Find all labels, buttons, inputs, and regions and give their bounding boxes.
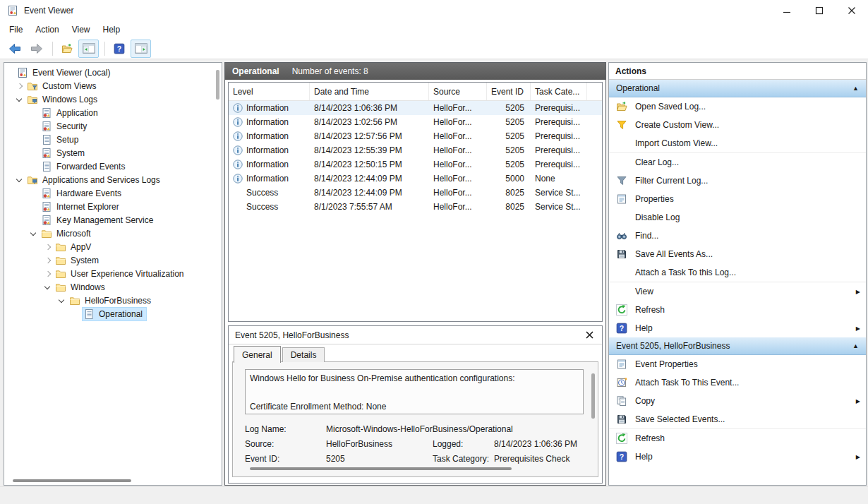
tree-item-application[interactable]: Application	[4, 106, 222, 119]
tree-item-event-viewer-local[interactable]: Event Viewer (Local)	[4, 66, 222, 79]
forward-button[interactable]	[26, 40, 47, 58]
collapse-icon[interactable]: ▲	[852, 85, 859, 92]
expander-icon[interactable]	[42, 268, 54, 280]
tree-item-forwarded-events[interactable]: Forwarded Events	[4, 160, 222, 173]
copy-icon	[616, 395, 630, 407]
event-row[interactable]: Success 8/1/2023 7:55:57 AM HelloFor... …	[229, 200, 602, 214]
menu-file[interactable]: File	[3, 23, 29, 37]
action-attach-task-to-this-event[interactable]: Attach Task To This Event... ▶	[609, 373, 866, 392]
tree-item-microsoft[interactable]: Microsoft	[4, 227, 222, 240]
minimize-button[interactable]	[771, 0, 803, 21]
action-attach-a-task-to-this-log[interactable]: Attach a Task To this Log... ▶	[609, 263, 866, 282]
tree-item-key-management-service[interactable]: Key Management Service	[4, 213, 222, 227]
tree-item-windows-logs[interactable]: Windows Logs	[4, 92, 222, 106]
column-header-date[interactable]: Date and Time	[310, 83, 429, 100]
expander-icon[interactable]	[42, 255, 54, 266]
expander-icon[interactable]	[28, 134, 40, 145]
collapse-icon[interactable]: ▲	[852, 342, 859, 349]
event-date: 8/14/2023 12:55:39 PM	[310, 145, 429, 155]
show-hide-action-pane-button[interactable]	[131, 40, 151, 58]
tree-item-security[interactable]: Security	[4, 119, 222, 133]
close-button[interactable]	[836, 0, 868, 21]
tree-horizontal-scrollbar[interactable]	[6, 478, 220, 484]
action-disable-log[interactable]: Disable Log ▶	[609, 208, 866, 227]
event-row[interactable]: Information 8/14/2023 1:06:36 PM HelloFo…	[229, 101, 602, 115]
tree-item-setup[interactable]: Setup	[4, 133, 222, 146]
action-help[interactable]: ? Help ▶	[609, 448, 866, 466]
tree-item-system[interactable]: System	[4, 146, 222, 160]
tab-details[interactable]: Details	[282, 347, 325, 362]
action-help[interactable]: ? Help ▶	[609, 319, 866, 337]
action-refresh[interactable]: Refresh ▶	[609, 301, 866, 319]
tree-item-system[interactable]: System	[4, 253, 222, 267]
tree-item-hardware-events[interactable]: Hardware Events	[4, 186, 222, 200]
action-save-selected-events[interactable]: Save Selected Events... ▶	[609, 410, 866, 428]
expander-icon[interactable]	[14, 80, 25, 92]
event-row[interactable]: Information 8/14/2023 12:57:56 PM HelloF…	[229, 129, 602, 143]
menu-help[interactable]: Help	[97, 23, 127, 37]
expander-icon[interactable]	[71, 308, 82, 320]
expander-icon[interactable]	[28, 188, 40, 199]
event-id: 5205	[487, 117, 531, 127]
column-header-task-category[interactable]: Task Cate...	[531, 83, 587, 100]
action-save-all-events-as[interactable]: Save All Events As... ▶	[609, 245, 866, 263]
maximize-button[interactable]	[803, 0, 836, 21]
action-refresh[interactable]: Refresh ▶	[609, 428, 866, 448]
expander-icon[interactable]	[42, 241, 54, 253]
preview-horizontal-scrollbar[interactable]	[250, 467, 512, 470]
preview-vertical-scrollbar[interactable]	[591, 373, 595, 419]
event-row[interactable]: Success 8/14/2023 12:44:09 PM HelloFor..…	[229, 186, 602, 200]
section-header-operational[interactable]: Operational ▲	[609, 80, 866, 97]
expander-icon[interactable]	[28, 148, 40, 159]
expander-icon[interactable]	[14, 174, 25, 186]
help-icon: ?	[616, 451, 630, 462]
expander-icon[interactable]	[42, 282, 54, 293]
tree-item-user-experience-virtualization[interactable]: User Experience Virtualization	[4, 267, 222, 280]
column-header-event-id[interactable]: Event ID	[487, 83, 531, 100]
expander-icon[interactable]	[14, 94, 25, 105]
tree-item-appv[interactable]: AppV	[4, 240, 222, 253]
expander-icon[interactable]	[28, 228, 40, 239]
tree-item-windows[interactable]: Windows	[4, 280, 222, 294]
tree-horizontal-scrollbar-thumb[interactable]	[13, 479, 131, 482]
action-view[interactable]: View ▶	[609, 282, 866, 301]
help-button[interactable]: ?	[109, 40, 129, 58]
tree-item-internet-explorer[interactable]: Internet Explorer	[4, 200, 222, 213]
expander-icon[interactable]	[28, 161, 40, 172]
close-preview-button[interactable]	[583, 329, 596, 342]
back-button[interactable]	[4, 40, 25, 58]
show-hide-console-tree-button[interactable]	[78, 40, 99, 58]
action-create-custom-view[interactable]: Create Custom View... ▶	[609, 116, 866, 134]
create-filter-icon	[616, 119, 630, 131]
event-row[interactable]: Information 8/14/2023 12:55:39 PM HelloF…	[229, 143, 602, 157]
action-event-properties[interactable]: Event Properties ▶	[609, 355, 866, 373]
column-header-level[interactable]: Level	[229, 83, 310, 100]
action-filter-current-log[interactable]: Filter Current Log... ▶	[609, 172, 866, 190]
action-copy[interactable]: Copy ▶	[609, 392, 866, 410]
tree-item-helloforbusiness[interactable]: HelloForBusiness	[4, 294, 222, 307]
action-clear-log[interactable]: Clear Log... ▶	[609, 152, 866, 172]
action-import-custom-view[interactable]: Import Custom View... ▶	[609, 134, 866, 152]
expander-icon[interactable]	[28, 107, 40, 119]
action-properties[interactable]: Properties ▶	[609, 190, 866, 208]
action-find[interactable]: Find... ▶	[609, 227, 866, 245]
tree-item-applications-and-services-logs[interactable]: Applications and Services Logs	[4, 173, 222, 186]
event-row[interactable]: Information 8/14/2023 12:44:09 PM HelloF…	[229, 172, 602, 186]
expander-icon[interactable]	[28, 121, 40, 132]
event-row[interactable]: Information 8/14/2023 12:50:15 PM HelloF…	[229, 157, 602, 172]
section-header-event[interactable]: Event 5205, HelloForBusiness ▲	[609, 337, 866, 355]
tree-item-operational[interactable]: Operational	[4, 307, 222, 320]
expander-icon[interactable]	[4, 67, 16, 78]
action-open-saved-log[interactable]: Open Saved Log... ▶	[609, 97, 866, 116]
open-saved-log-button[interactable]	[56, 40, 77, 58]
tree-vertical-scrollbar[interactable]	[216, 70, 219, 100]
tab-general[interactable]: General	[234, 346, 281, 363]
column-header-source[interactable]: Source	[429, 83, 487, 100]
expander-icon[interactable]	[28, 215, 40, 226]
menu-action[interactable]: Action	[29, 23, 65, 37]
menu-view[interactable]: View	[66, 23, 97, 37]
expander-icon[interactable]	[28, 201, 40, 212]
tree-item-custom-views[interactable]: Custom Views	[4, 79, 222, 92]
expander-icon[interactable]	[56, 295, 68, 306]
event-row[interactable]: Information 8/14/2023 1:02:56 PM HelloFo…	[229, 115, 602, 129]
